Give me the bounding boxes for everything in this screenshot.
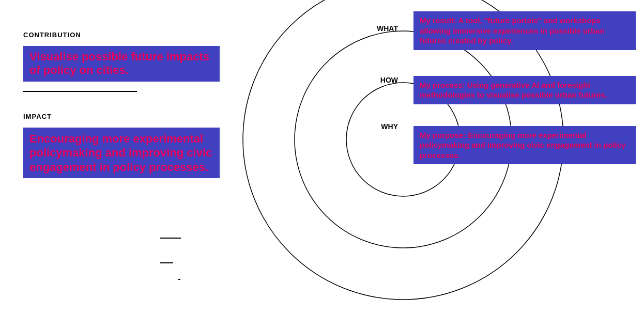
why-annotation-text: My purpose: Encouraging more experimenta…	[420, 130, 630, 161]
impact-label: IMPACT	[23, 113, 220, 120]
impact-underline-2	[160, 262, 173, 263]
what-annotation-text: My result: A tool, "future portals" and …	[420, 15, 630, 46]
left-panel: CONTRIBUTION Visualise possible future i…	[23, 31, 220, 178]
impact-box: Encouraging more experimental policymaki…	[23, 128, 220, 179]
svg-text:HOW: HOW	[380, 76, 398, 84]
why-annotation: My purpose: Encouraging more experimenta…	[413, 126, 636, 165]
impact-underline-3	[178, 279, 180, 280]
what-annotation: My result: A tool, "future portals" and …	[413, 11, 636, 50]
impact-text: Encouraging more experimental policymaki…	[29, 132, 213, 175]
how-annotation-text: My process: Using generative AI and fore…	[420, 80, 630, 100]
how-annotation: My process: Using generative AI and fore…	[413, 76, 636, 104]
svg-text:WHY: WHY	[381, 122, 398, 131]
contribution-label: CONTRIBUTION	[23, 31, 220, 39]
impact-underline-1	[160, 238, 181, 239]
divider-line	[23, 91, 137, 92]
svg-text:WHAT: WHAT	[377, 24, 398, 33]
annotations-panel: My result: A tool, "future portals" and …	[413, 11, 636, 172]
contribution-text: Visualise possible future impacts of pol…	[29, 50, 213, 77]
contribution-box: Visualise possible future impacts of pol…	[23, 46, 220, 82]
